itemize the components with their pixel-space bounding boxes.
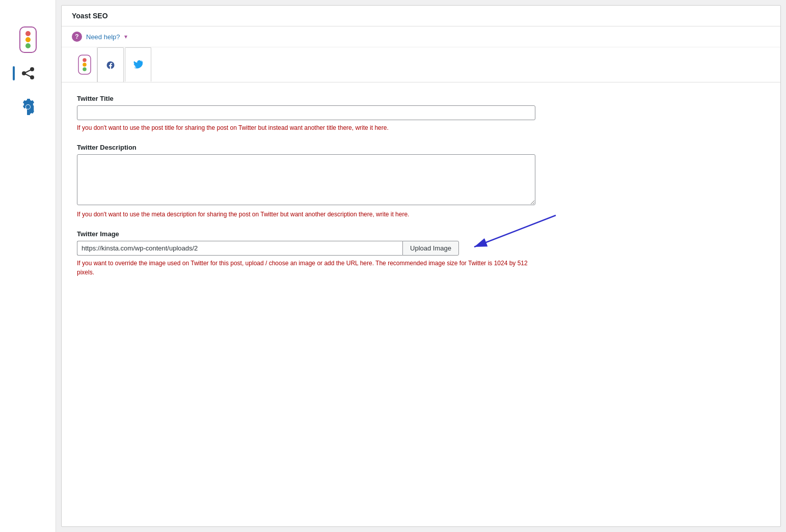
twitter-title-label: Twitter Title bbox=[77, 95, 765, 102]
dot-green-small bbox=[83, 67, 87, 71]
svg-line-4 bbox=[24, 73, 32, 77]
twitter-title-hint: If you don't want to use the post title … bbox=[77, 123, 535, 132]
twitter-title-input[interactable] bbox=[77, 105, 535, 120]
twitter-description-label: Twitter Description bbox=[77, 144, 765, 151]
twitter-image-group: Twitter Image Upload Image bbox=[77, 230, 765, 277]
chevron-down-icon: ▾ bbox=[124, 33, 127, 40]
sidebar-gear[interactable] bbox=[19, 98, 37, 116]
twitter-image-url-input[interactable] bbox=[77, 241, 402, 256]
sidebar-share[interactable] bbox=[19, 64, 37, 82]
tab-twitter[interactable] bbox=[125, 47, 151, 82]
tabs-section bbox=[62, 47, 780, 82]
sidebar-nav-icon bbox=[72, 47, 97, 82]
twitter-image-row: Upload Image bbox=[77, 241, 459, 256]
arrow-container: Upload Image bbox=[77, 241, 765, 256]
upload-image-button[interactable]: Upload Image bbox=[402, 241, 459, 256]
dot-red bbox=[25, 31, 31, 36]
tab-list bbox=[97, 47, 152, 82]
facebook-icon bbox=[106, 61, 115, 70]
dot-green bbox=[25, 43, 31, 48]
twitter-title-group: Twitter Title If you don't want to use t… bbox=[77, 95, 765, 132]
twitter-description-group: Twitter Description If you don't want to… bbox=[77, 144, 765, 219]
svg-line-3 bbox=[24, 69, 32, 73]
need-help-link[interactable]: Need help? bbox=[86, 33, 120, 41]
twitter-image-label: Twitter Image bbox=[77, 230, 765, 238]
tab-traffic-light bbox=[78, 55, 91, 75]
content-area: Twitter Title If you don't want to use t… bbox=[62, 82, 780, 303]
main-panel: Yoast SEO ? Need help? ▾ bbox=[61, 5, 781, 527]
share-icon bbox=[20, 65, 36, 81]
dot-orange-small bbox=[83, 63, 87, 67]
traffic-light-icon bbox=[19, 26, 37, 53]
app-title: Yoast SEO bbox=[72, 12, 108, 20]
top-bar: Yoast SEO bbox=[62, 6, 780, 26]
help-row: ? Need help? ▾ bbox=[62, 26, 780, 47]
dot-orange bbox=[25, 37, 31, 42]
help-icon: ? bbox=[72, 32, 82, 42]
twitter-description-hint: If you don't want to use the meta descri… bbox=[77, 210, 535, 219]
sidebar bbox=[0, 0, 56, 532]
dot-red-small bbox=[83, 58, 87, 62]
sidebar-traffic-light[interactable] bbox=[19, 31, 37, 49]
twitter-icon bbox=[133, 60, 143, 69]
twitter-description-input[interactable] bbox=[77, 154, 535, 205]
gear-icon bbox=[20, 99, 36, 115]
twitter-image-hint: If you want to override the image used o… bbox=[77, 259, 535, 277]
tab-facebook[interactable] bbox=[97, 47, 124, 82]
